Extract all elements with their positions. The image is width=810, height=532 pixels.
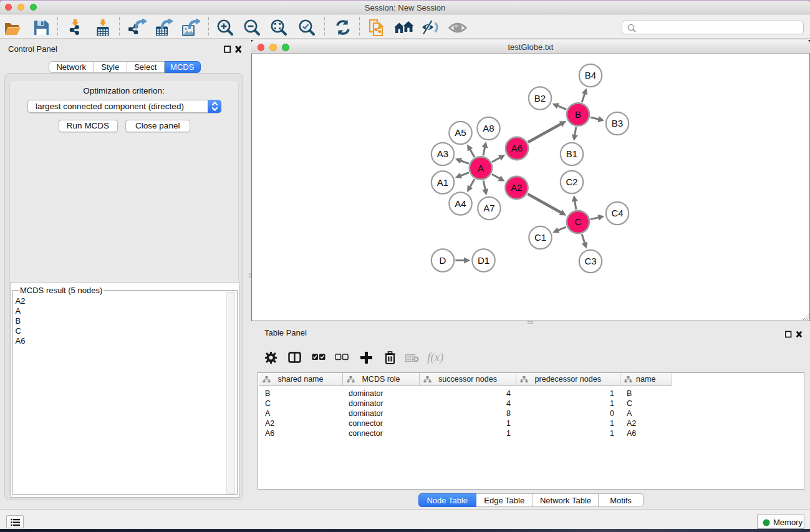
svg-text:D: D xyxy=(440,255,446,266)
svg-text:B1: B1 xyxy=(566,148,577,159)
svg-text:A2: A2 xyxy=(511,182,522,193)
svg-text:A5: A5 xyxy=(455,127,466,138)
svg-text:B2: B2 xyxy=(534,93,546,104)
svg-text:A4: A4 xyxy=(455,198,466,209)
svg-text:C2: C2 xyxy=(566,177,577,187)
svg-text:B: B xyxy=(575,109,581,120)
svg-text:C1: C1 xyxy=(534,232,546,243)
svg-text:A: A xyxy=(478,163,484,173)
svg-text:A7: A7 xyxy=(483,203,494,213)
svg-text:C4: C4 xyxy=(611,208,623,218)
svg-text:D1: D1 xyxy=(478,255,489,266)
svg-text:A1: A1 xyxy=(437,177,448,188)
svg-text:A3: A3 xyxy=(437,148,448,159)
svg-text:C: C xyxy=(575,216,582,227)
svg-text:A6: A6 xyxy=(511,143,523,153)
svg-text:A8: A8 xyxy=(483,123,494,133)
svg-text:C3: C3 xyxy=(584,256,596,266)
svg-text:B3: B3 xyxy=(612,118,623,128)
svg-text:B4: B4 xyxy=(585,70,596,80)
